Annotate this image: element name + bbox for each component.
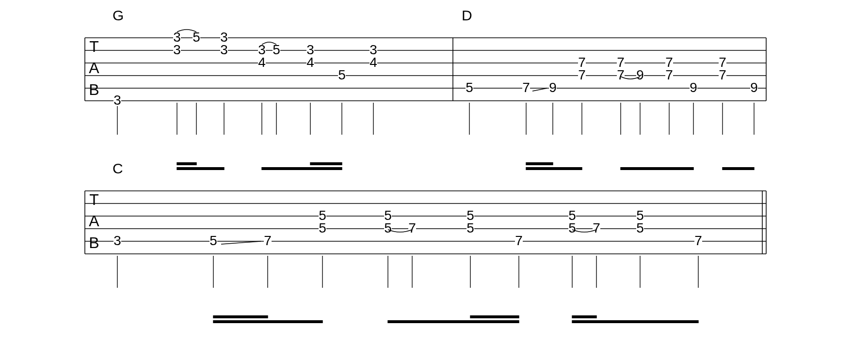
fret-number: 5 bbox=[319, 220, 326, 235]
fret-number: 9 bbox=[690, 80, 697, 95]
svg-rect-104 bbox=[387, 320, 519, 323]
fret-number: 3 bbox=[173, 42, 181, 57]
fret-number: 5 bbox=[466, 80, 473, 95]
fret-number: 5 bbox=[466, 220, 474, 235]
fret-number: 5 bbox=[384, 220, 392, 235]
svg-rect-62 bbox=[620, 167, 693, 170]
fret-number: 3 bbox=[220, 42, 228, 57]
tab-clef-letter: T bbox=[89, 38, 98, 55]
svg-rect-59 bbox=[310, 162, 342, 165]
tab-clef-letter: B bbox=[89, 81, 98, 98]
fret-number: 9 bbox=[636, 67, 644, 82]
fret-number: 7 bbox=[264, 233, 272, 248]
fret-number: 3 bbox=[113, 93, 121, 108]
fret-number: 5 bbox=[636, 220, 644, 235]
fret-number: 4 bbox=[258, 55, 266, 70]
svg-rect-60 bbox=[526, 167, 582, 170]
fret-number: 5 bbox=[209, 233, 217, 248]
chord-label: C bbox=[113, 160, 123, 176]
fret-number: 4 bbox=[306, 55, 314, 70]
fret-number: 7 bbox=[515, 233, 523, 248]
svg-rect-107 bbox=[572, 315, 596, 318]
fret-number: 7 bbox=[408, 220, 416, 235]
fret-number: 7 bbox=[719, 67, 726, 82]
svg-rect-105 bbox=[470, 315, 519, 318]
fret-number: 7 bbox=[522, 80, 530, 95]
chord-label: G bbox=[113, 7, 124, 23]
slide-line bbox=[532, 88, 547, 91]
fret-number: 9 bbox=[549, 80, 557, 95]
svg-rect-102 bbox=[213, 320, 322, 323]
svg-rect-63 bbox=[722, 167, 754, 170]
fret-number: 7 bbox=[617, 67, 625, 82]
svg-rect-57 bbox=[177, 162, 196, 165]
tab-clef-letter: A bbox=[89, 212, 99, 230]
svg-rect-58 bbox=[261, 167, 342, 170]
tab-clef-letter: T bbox=[89, 191, 98, 208]
fret-number: 5 bbox=[338, 67, 346, 82]
fret-number: 5 bbox=[568, 220, 576, 235]
fret-number: 5 bbox=[273, 42, 280, 57]
fret-number: 7 bbox=[593, 220, 600, 235]
chord-label: D bbox=[462, 7, 472, 23]
tab-score: TABGD3335333453453457977779779779TABC357… bbox=[0, 0, 868, 343]
slide-line bbox=[221, 241, 261, 244]
fret-number: 7 bbox=[578, 67, 586, 82]
svg-rect-103 bbox=[213, 315, 268, 318]
tab-clef-letter: B bbox=[89, 234, 98, 251]
fret-number: 7 bbox=[694, 233, 702, 248]
fret-number: 3 bbox=[113, 233, 121, 248]
svg-rect-61 bbox=[526, 162, 553, 165]
svg-rect-106 bbox=[572, 320, 698, 323]
fret-number: 4 bbox=[370, 55, 377, 70]
fret-number: 5 bbox=[193, 30, 200, 45]
fret-number: 9 bbox=[750, 80, 758, 95]
fret-number: 7 bbox=[665, 67, 673, 82]
svg-rect-56 bbox=[177, 167, 224, 170]
tab-clef-letter: A bbox=[89, 59, 99, 77]
